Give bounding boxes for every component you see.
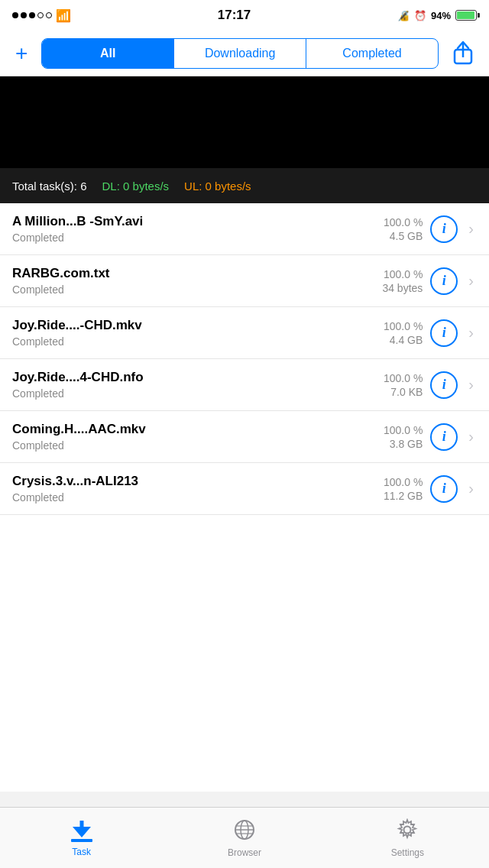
chevron-right-icon[interactable]: › bbox=[465, 272, 477, 290]
dot5 bbox=[46, 12, 52, 18]
task-size: 4.5 GB bbox=[390, 230, 423, 242]
task-size: 34 bytes bbox=[382, 282, 423, 294]
task-percent: 100.0 % bbox=[384, 216, 423, 228]
chevron-right-icon[interactable]: › bbox=[465, 480, 477, 497]
download-base bbox=[71, 839, 92, 842]
tab-bar-settings-label: Settings bbox=[391, 847, 424, 858]
tab-bar: Task Browser Settings bbox=[0, 807, 489, 868]
task-info: A Million...B -SmY.avi Completed bbox=[12, 214, 354, 244]
task-status: Completed bbox=[12, 335, 354, 348]
task-row: Coming.H....AAC.mkv Completed 100.0 % 3.… bbox=[0, 411, 489, 463]
status-bar: 📶 17:17 🔏 ⏰ 94% bbox=[0, 0, 489, 31]
download-icon bbox=[70, 819, 94, 844]
task-percent: 100.0 % bbox=[384, 476, 423, 488]
task-name: Joy.Ride....4-CHD.nfo bbox=[12, 370, 354, 385]
chevron-right-icon[interactable]: › bbox=[465, 220, 477, 238]
task-size: 4.4 GB bbox=[390, 334, 423, 346]
battery-percent: 94% bbox=[431, 10, 451, 21]
battery-icon bbox=[455, 10, 477, 21]
task-percent: 100.0 % bbox=[384, 320, 423, 332]
chevron-right-icon[interactable]: › bbox=[465, 324, 477, 342]
signal-area: 📶 bbox=[12, 8, 71, 23]
task-info: Coming.H....AAC.mkv Completed bbox=[12, 422, 354, 452]
task-status: Completed bbox=[12, 491, 354, 504]
task-row: Joy.Ride....4-CHD.nfo Completed 100.0 % … bbox=[0, 359, 489, 411]
tab-downloading[interactable]: Downloading bbox=[174, 39, 306, 68]
info-button[interactable]: i bbox=[430, 215, 458, 243]
task-percent: 100.0 % bbox=[384, 268, 423, 280]
tab-bar-browser-label: Browser bbox=[228, 847, 261, 858]
svg-point-7 bbox=[404, 826, 411, 833]
task-status: Completed bbox=[12, 439, 354, 452]
task-progress: 100.0 % 7.0 KB bbox=[361, 372, 423, 398]
battery-fill bbox=[457, 11, 474, 19]
task-percent: 100.0 % bbox=[384, 372, 423, 384]
task-status: Completed bbox=[12, 283, 354, 296]
info-button[interactable]: i bbox=[430, 423, 458, 451]
tab-bar-settings[interactable]: Settings bbox=[326, 808, 489, 868]
signal-dots bbox=[12, 12, 52, 18]
stats-bar: Total task(s): 6 DL: 0 bytes/s UL: 0 byt… bbox=[0, 168, 489, 203]
task-progress: 100.0 % 34 bytes bbox=[361, 268, 423, 294]
wifi-icon: 📶 bbox=[56, 8, 71, 23]
task-info: Joy.Ride....-CHD.mkv Completed bbox=[12, 318, 354, 348]
dot4 bbox=[37, 12, 44, 18]
filter-tabs: All Downloading Completed bbox=[41, 38, 439, 69]
tab-bar-task[interactable]: Task bbox=[0, 808, 163, 868]
task-size: 3.8 GB bbox=[390, 438, 423, 450]
task-status: Completed bbox=[12, 387, 354, 400]
task-row: A Million...B -SmY.avi Completed 100.0 %… bbox=[0, 203, 489, 255]
total-tasks: Total task(s): 6 bbox=[12, 180, 87, 193]
info-button[interactable]: i bbox=[430, 475, 458, 503]
list-spacer bbox=[0, 792, 489, 807]
task-name: A Million...B -SmY.avi bbox=[12, 214, 354, 229]
task-progress: 100.0 % 3.8 GB bbox=[361, 424, 423, 450]
task-progress: 100.0 % 11.2 GB bbox=[361, 476, 423, 502]
tab-all[interactable]: All bbox=[42, 39, 174, 68]
task-name: RARBG.com.txt bbox=[12, 266, 354, 281]
dot1 bbox=[12, 12, 18, 18]
chevron-right-icon[interactable]: › bbox=[465, 376, 477, 394]
gear-icon bbox=[396, 818, 419, 844]
info-button[interactable]: i bbox=[430, 371, 458, 399]
alarm-icon: ⏰ bbox=[414, 10, 426, 21]
task-progress: 100.0 % 4.4 GB bbox=[361, 320, 423, 346]
task-row: Crysis.3.v...n-ALI213 Completed 100.0 % … bbox=[0, 463, 489, 515]
task-percent: 100.0 % bbox=[384, 424, 423, 436]
upload-speed: UL: 0 bytes/s bbox=[184, 180, 251, 193]
task-name: Crysis.3.v...n-ALI213 bbox=[12, 474, 354, 489]
chevron-right-icon[interactable]: › bbox=[465, 428, 477, 445]
task-list: A Million...B -SmY.avi Completed 100.0 %… bbox=[0, 203, 489, 792]
share-icon bbox=[452, 39, 474, 68]
info-button[interactable]: i bbox=[430, 319, 458, 347]
task-info: Crysis.3.v...n-ALI213 Completed bbox=[12, 474, 354, 504]
task-info: Joy.Ride....4-CHD.nfo Completed bbox=[12, 370, 354, 400]
task-status: Completed bbox=[12, 232, 354, 244]
task-name: Joy.Ride....-CHD.mkv bbox=[12, 318, 354, 333]
task-progress: 100.0 % 4.5 GB bbox=[361, 216, 423, 242]
globe-icon bbox=[233, 818, 256, 844]
tab-bar-task-label: Task bbox=[72, 847, 91, 857]
download-stem bbox=[79, 821, 83, 831]
dot2 bbox=[21, 12, 27, 18]
tab-completed[interactable]: Completed bbox=[306, 39, 438, 68]
task-info: RARBG.com.txt Completed bbox=[12, 266, 354, 296]
video-area bbox=[0, 76, 489, 168]
task-size: 11.2 GB bbox=[384, 490, 423, 502]
toolbar: + All Downloading Completed bbox=[0, 31, 489, 76]
task-row: RARBG.com.txt Completed 100.0 % 34 bytes… bbox=[0, 255, 489, 307]
add-button[interactable]: + bbox=[11, 43, 32, 64]
download-speed: DL: 0 bytes/s bbox=[102, 180, 170, 193]
clock: 17:17 bbox=[218, 8, 251, 23]
task-size: 7.0 KB bbox=[390, 386, 423, 398]
battery-area: 🔏 ⏰ 94% bbox=[397, 10, 477, 21]
tab-bar-browser[interactable]: Browser bbox=[163, 808, 325, 868]
lock-icon: 🔏 bbox=[397, 10, 410, 21]
info-button[interactable]: i bbox=[430, 267, 458, 295]
task-row: Joy.Ride....-CHD.mkv Completed 100.0 % 4… bbox=[0, 307, 489, 359]
share-button[interactable] bbox=[448, 38, 478, 69]
dot3 bbox=[29, 12, 35, 18]
task-name: Coming.H....AAC.mkv bbox=[12, 422, 354, 437]
